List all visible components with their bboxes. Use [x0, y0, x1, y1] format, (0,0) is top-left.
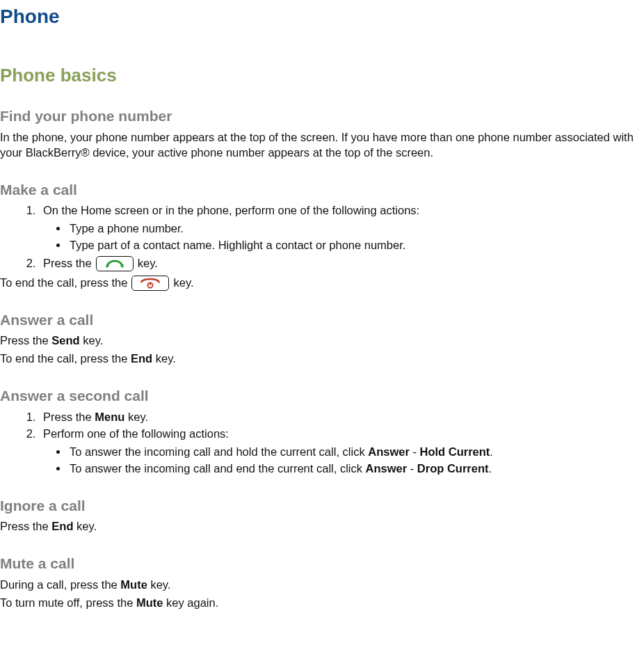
end-key-icon [131, 276, 169, 291]
as-b1-k2: Hold Current [420, 445, 490, 458]
mute-call-line2: To turn mute off, press the Mute key aga… [0, 596, 644, 611]
mute-call-line2-pre: To turn mute off, press the [0, 596, 136, 609]
ignore-call-post: key. [73, 520, 97, 532]
answer-call-line1-post: key. [80, 334, 104, 347]
answer-second-step1-pre: Press the [43, 411, 95, 423]
ignore-call-key: End [51, 520, 73, 532]
section-title: Phone basics [0, 63, 644, 87]
heading-answer-second: Answer a second call [0, 386, 644, 406]
make-call-end: To end the call, press the key. [0, 276, 644, 291]
page-title: Phone [0, 4, 644, 30]
answer-second-step2-text: Perform one of the following actions: [43, 427, 229, 440]
make-call-step1: On the Home screen or in the phone, perf… [39, 203, 644, 253]
mute-call-line1: During a call, press the Mute key. [0, 578, 644, 593]
make-call-bullet1: Type a phone number. [68, 221, 644, 237]
mute-call-line1-pre: During a call, press the [0, 578, 120, 591]
as-b2-k2: Drop Current [417, 462, 489, 475]
as-b1-post: . [490, 445, 493, 458]
heading-make-call: Make a call [0, 180, 644, 200]
mute-call-line2-key: Mute [136, 596, 163, 609]
ignore-call-line: Press the End key. [0, 519, 644, 534]
make-call-sublist: Type a phone number. Type part of a cont… [43, 221, 644, 253]
answer-second-step2: Perform one of the following actions: To… [39, 427, 644, 476]
answer-call-line2-key: End [131, 352, 152, 365]
heading-mute-call: Mute a call [0, 554, 644, 573]
answer-call-line2-pre: To end the call, press the [0, 352, 131, 365]
as-b2-mid: - [407, 462, 417, 475]
as-b2-post: . [489, 462, 492, 475]
as-b2-k1: Answer [366, 462, 408, 475]
make-call-step2: Press the key. [39, 256, 644, 271]
send-key-icon [96, 256, 134, 271]
answer-call-line2: To end the call, press the End key. [0, 351, 644, 367]
heading-find-number: Find your phone number [0, 106, 644, 126]
as-b1-mid: - [410, 445, 420, 458]
as-b1-pre: To answer the incoming call and hold the… [70, 445, 368, 458]
ignore-call-pre: Press the [0, 520, 51, 532]
mute-call-line2-post: key again. [163, 596, 218, 609]
answer-second-step1: Press the Menu key. [39, 410, 644, 425]
make-call-step1-text: On the Home screen or in the phone, perf… [43, 204, 419, 216]
as-b2-pre: To answer the incoming call and end the … [70, 462, 366, 475]
make-call-bullet2: Type part of a contact name. Highlight a… [68, 238, 644, 253]
answer-second-bullet2: To answer the incoming call and end the … [68, 461, 644, 477]
make-call-end-pre: To end the call, press the [0, 276, 127, 291]
answer-call-line2-post: key. [152, 352, 176, 365]
answer-second-step1-key: Menu [95, 411, 124, 423]
make-call-steps: On the Home screen or in the phone, perf… [0, 203, 644, 271]
answer-second-sublist: To answer the incoming call and hold the… [43, 445, 644, 477]
make-call-end-post: key. [173, 276, 193, 291]
make-call-step2-post: key. [138, 256, 158, 271]
mute-call-line1-post: key. [147, 578, 171, 591]
answer-call-line1-pre: Press the [0, 334, 51, 347]
find-number-body: In the phone, your phone number appears … [0, 130, 644, 161]
make-call-step2-pre: Press the [43, 256, 92, 271]
answer-second-steps: Press the Menu key. Perform one of the f… [0, 410, 644, 477]
answer-call-line1: Press the Send key. [0, 333, 644, 349]
mute-call-line1-key: Mute [120, 578, 147, 591]
heading-ignore-call: Ignore a call [0, 496, 644, 516]
answer-second-bullet1: To answer the incoming call and hold the… [68, 445, 644, 460]
answer-call-line1-key: Send [51, 334, 79, 347]
answer-second-step1-post: key. [124, 411, 148, 423]
heading-answer-call: Answer a call [0, 310, 644, 330]
as-b1-k1: Answer [368, 445, 410, 458]
